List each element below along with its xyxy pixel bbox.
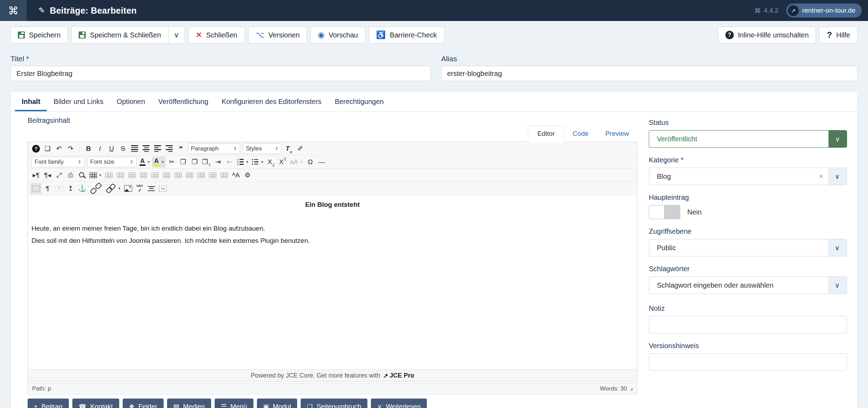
insert-row-below-icon[interactable] xyxy=(150,170,160,181)
text-color-icon[interactable]: A▼ xyxy=(138,157,151,167)
case-change-icon[interactable]: aA▼ xyxy=(289,157,304,167)
horizontal-rule-icon[interactable]: — xyxy=(317,157,327,167)
note-input[interactable] xyxy=(649,316,847,333)
readmore-icon[interactable]: ↪ xyxy=(158,183,168,194)
preview-button[interactable]: ◉ Vorschau xyxy=(310,27,365,43)
merge-cells-icon[interactable] xyxy=(208,170,218,181)
alias-input[interactable] xyxy=(441,66,858,81)
close-button[interactable]: ✕ Schließen xyxy=(188,27,245,43)
insert-row-above-icon[interactable] xyxy=(138,170,149,181)
medien-button[interactable]: ▨Medien xyxy=(167,399,211,408)
tab-optionen[interactable]: Optionen xyxy=(110,92,152,111)
editor-mode-tab-editor[interactable]: Editor xyxy=(528,125,564,142)
site-preview-button[interactable]: ↗ rentner-on-tour.de xyxy=(786,3,862,17)
superscript-icon[interactable]: X2 xyxy=(277,157,288,167)
styles-select[interactable]: Styles⇕ xyxy=(242,143,282,154)
anchor-icon[interactable]: ⚓ xyxy=(77,183,87,194)
blockquote-icon[interactable]: ❝ xyxy=(175,143,186,154)
tags-select[interactable]: Schlagwort eingeben oder auswählen ∨ xyxy=(649,276,847,294)
underline-icon[interactable]: U xyxy=(106,143,117,154)
tab-konfigurieren-des-editorfensters[interactable]: Konfigurieren des Editorfensters xyxy=(215,92,328,111)
title-input[interactable] xyxy=(10,66,431,81)
help-button[interactable]: ? Hilfe xyxy=(819,27,858,43)
delete-row-icon[interactable] xyxy=(162,170,172,181)
inline-help-toggle-button[interactable]: ? Inline-Hilfe umschalten xyxy=(718,27,816,43)
align-right-icon[interactable] xyxy=(164,143,174,154)
cut-icon[interactable]: ✂ xyxy=(166,157,177,167)
align-center-icon[interactable] xyxy=(141,143,151,154)
spellcheck-icon[interactable]: ABC✓ xyxy=(135,183,145,194)
menü-button[interactable]: ☰Menü xyxy=(215,399,253,408)
highlight-color-icon[interactable]: A▼ xyxy=(152,157,165,167)
versions-button[interactable]: ⌥ Versionen xyxy=(248,27,307,43)
editor-content-area[interactable]: Ein Blog entsteht Heute, an einem meiner… xyxy=(28,195,637,370)
status-select[interactable]: Veröffentlicht ∨ xyxy=(649,130,847,148)
visual-aid-icon[interactable] xyxy=(31,183,41,194)
joomla-logo[interactable]: ⌘ xyxy=(0,0,27,21)
format-select[interactable]: Paragraph⇕ xyxy=(187,143,241,154)
table-cell-properties-icon[interactable] xyxy=(127,170,137,181)
clear-formatting-icon[interactable]: Tx xyxy=(284,143,294,154)
weiterlesen-button[interactable]: ∨Weiterlesen xyxy=(371,399,427,408)
italic-icon[interactable]: I xyxy=(95,143,105,154)
felder-button[interactable]: ❖Felder xyxy=(123,399,164,408)
rtl-paragraph-icon[interactable]: ¶◂ xyxy=(42,170,53,181)
unlink-icon[interactable] xyxy=(88,183,103,194)
pagebreak-icon[interactable] xyxy=(146,183,157,194)
help-icon[interactable]: ? xyxy=(31,143,41,154)
upload-icon[interactable]: ↥ xyxy=(65,183,76,194)
featured-toggle[interactable] xyxy=(649,205,680,219)
save-button[interactable]: Speichern xyxy=(10,27,68,43)
font-size-select[interactable]: Font size⇕ xyxy=(86,157,137,167)
split-cells-icon[interactable] xyxy=(219,170,230,181)
save-close-button[interactable]: Speichern & Schließen xyxy=(72,27,168,43)
print-icon[interactable]: ⎙ xyxy=(65,170,76,181)
category-select[interactable]: Blog ✕ ∨ xyxy=(649,168,847,185)
insert-column-after-icon[interactable] xyxy=(185,170,195,181)
tab-veröffentlichung[interactable]: Veröffentlichung xyxy=(152,92,215,111)
show-blocks-icon[interactable]: ¶ xyxy=(42,183,53,194)
subscript-icon[interactable]: X2 xyxy=(266,157,276,167)
ordered-list-icon[interactable]: 123▼ xyxy=(236,157,250,167)
search-icon[interactable] xyxy=(77,170,87,181)
version-note-input[interactable] xyxy=(649,353,847,371)
new-document-icon[interactable]: ❏ xyxy=(42,143,53,154)
editor-mode-tab-code[interactable]: Code xyxy=(564,126,597,142)
bold-icon[interactable]: B xyxy=(83,143,94,154)
indent-icon[interactable]: ⇥ xyxy=(213,157,223,167)
editor-mode-tab-preview[interactable]: Preview xyxy=(597,126,637,142)
tab-bilder-und-links[interactable]: Bilder und Links xyxy=(47,92,110,111)
seitenumbruch-button[interactable]: ❏Seitenumbruch xyxy=(301,399,367,408)
tab-berechtigungen[interactable]: Berechtigungen xyxy=(328,92,390,111)
delete-column-icon[interactable] xyxy=(196,170,207,181)
paste-as-text-icon[interactable]: ❒T xyxy=(201,157,212,167)
ltr-paragraph-icon[interactable]: ▸¶ xyxy=(31,170,41,181)
table-icon[interactable]: ▼ xyxy=(88,170,103,181)
table-row-properties-icon[interactable] xyxy=(115,170,126,181)
jce-pro-link[interactable]: ↗JCE Pro xyxy=(383,372,414,380)
clear-selection-icon[interactable]: ✕ xyxy=(819,168,824,185)
cleanup-icon[interactable]: ✐ xyxy=(295,143,306,154)
copy-icon[interactable]: ❐ xyxy=(178,157,188,167)
paste-icon[interactable]: ❒ xyxy=(189,157,200,167)
visual-characters-icon[interactable]: ᴬA xyxy=(231,170,241,181)
font-family-select[interactable]: Font family⇕ xyxy=(31,157,85,167)
insert-column-before-icon[interactable] xyxy=(173,170,184,181)
tab-inhalt[interactable]: Inhalt xyxy=(15,92,47,111)
editor-preferences-icon[interactable]: ⚙ xyxy=(242,170,253,181)
special-character-icon[interactable]: Ω xyxy=(305,157,316,167)
bullet-list-icon[interactable]: ▼ xyxy=(251,157,265,167)
align-justify-icon[interactable] xyxy=(129,143,140,154)
access-select[interactable]: Public ∨ xyxy=(649,239,847,256)
show-paragraphs-icon[interactable]: P xyxy=(54,183,64,194)
strikethrough-icon[interactable]: S xyxy=(118,143,128,154)
delete-table-icon[interactable] xyxy=(104,170,114,181)
beitrag-button[interactable]: +Beitrag xyxy=(28,399,69,408)
save-options-dropdown-button[interactable]: ∨ xyxy=(168,27,185,43)
modul-button[interactable]: ▣Modul xyxy=(257,399,297,408)
image-icon[interactable] xyxy=(123,183,134,194)
undo-icon[interactable]: ↶ xyxy=(54,143,64,154)
outdent-icon[interactable]: ⇤ xyxy=(224,157,235,167)
fullscreen-icon[interactable]: ⤢ xyxy=(54,170,64,181)
link-icon[interactable]: ▼ xyxy=(105,183,122,194)
